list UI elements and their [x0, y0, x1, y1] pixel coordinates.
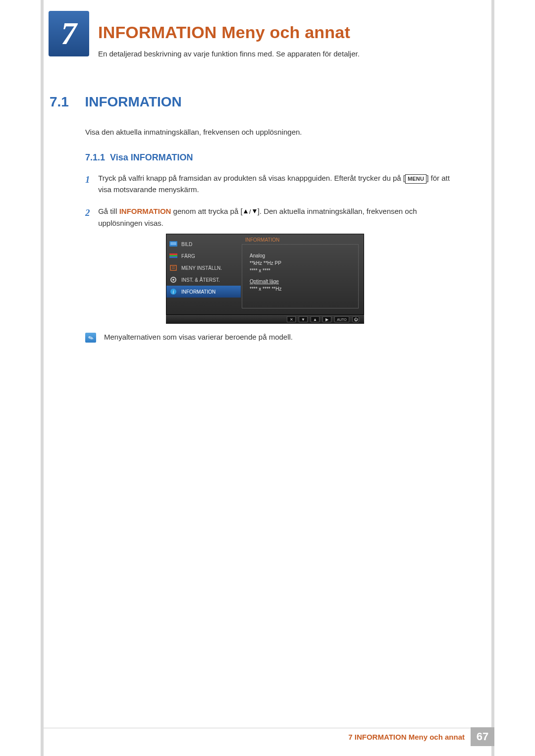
osd-item-meny-label: MENY INSTÄLLN.: [181, 265, 222, 271]
picture-icon: [169, 241, 177, 247]
footer-bar: 7 INFORMATION Meny och annat 67: [348, 727, 494, 746]
osd-info-line3: **** x ****: [250, 267, 281, 274]
menu-settings-icon: [169, 265, 177, 271]
osd-close-icon: ✕: [287, 316, 296, 322]
svg-text:i: i: [173, 289, 174, 295]
step-1-body: Tryck på valfri knapp på framsidan av pr…: [98, 172, 455, 196]
footer-page-number: 67: [471, 727, 494, 746]
osd-auto-button: AUTO: [334, 316, 349, 322]
note-text: Menyalternativen som visas varierar bero…: [104, 333, 293, 341]
up-down-arrow-icon: /: [243, 206, 258, 217]
gear-icon: [169, 277, 177, 283]
osd-item-inst-label: INST. & ÅTERST.: [181, 277, 220, 283]
section-description: Visa den aktuella inmatningskällan, frek…: [85, 128, 302, 136]
step-list: 1 Tryck på valfri knapp på framsidan av …: [85, 172, 462, 239]
section-title: INFORMATION: [85, 94, 181, 110]
osd-item-bild: BILD: [166, 238, 241, 250]
osd-info-optimal: Optimalt läge **** x **** **Hz: [250, 278, 281, 293]
step-2-keyword: INFORMATION: [119, 207, 171, 215]
right-rail: [491, 0, 494, 756]
osd-item-information-label: INFORMATION: [181, 289, 215, 295]
osd-illustration: BILD FÄRG MENY INSTÄLLN. INST. & ÅTERST.…: [166, 234, 364, 324]
osd-info-block: Analog **kHz **Hz PP **** x ****: [250, 252, 281, 274]
section-heading: 7.1 INFORMATION: [50, 94, 182, 110]
osd-down-icon: ▼: [299, 316, 308, 322]
osd-right-icon: ▶: [322, 316, 331, 322]
subsection-number: 7.1.1: [85, 152, 105, 162]
svg-rect-7: [169, 256, 177, 258]
chapter-subtitle: En detaljerad beskrivning av varje funkt…: [98, 50, 360, 58]
info-icon: i: [169, 289, 177, 295]
step-1: 1 Tryck på valfri knapp på framsidan av …: [85, 172, 462, 196]
osd-item-meny: MENY INSTÄLLN.: [166, 262, 241, 274]
osd-menu-list: BILD FÄRG MENY INSTÄLLN. INST. & ÅTERST.…: [166, 234, 241, 315]
osd-panel-title: INFORMATION: [245, 237, 279, 243]
osd-info-opt2: **** x **** **Hz: [250, 285, 281, 293]
color-icon: [169, 253, 177, 259]
svg-marker-2: [253, 209, 257, 213]
chapter-title: INFORMATION Meny och annat: [98, 23, 350, 42]
subsection-heading: 7.1.1 Visa INFORMATION: [85, 152, 193, 163]
step-2-pre: Gå till: [98, 207, 119, 215]
osd-info-opt1: Optimalt läge: [250, 278, 281, 285]
osd-info-line1: Analog: [250, 252, 281, 259]
step-1-number: 1: [85, 172, 96, 187]
svg-rect-6: [169, 255, 177, 256]
note: ✎ Menyalternativen som visas varierar be…: [85, 333, 293, 343]
footer: 7 INFORMATION Meny och annat 67: [0, 736, 535, 756]
step-1-pre: Tryck på valfri knapp på framsidan av pr…: [98, 174, 405, 182]
left-rail: [41, 0, 44, 756]
osd-button-bar: ✕ ▼ ▲ ▶ AUTO ⏻: [166, 315, 364, 324]
menu-key-icon: MENU: [405, 174, 427, 184]
svg-rect-5: [169, 253, 177, 255]
svg-marker-0: [244, 209, 248, 213]
step-2-body: Gå till INFORMATION genom att trycka på …: [98, 205, 455, 229]
osd-item-information: i INFORMATION: [166, 286, 241, 298]
step-2-number: 2: [85, 205, 96, 220]
chapter-number: 7: [61, 15, 77, 52]
osd-item-farg-label: FÄRG: [181, 253, 195, 259]
osd-frame: BILD FÄRG MENY INSTÄLLN. INST. & ÅTERST.…: [166, 234, 364, 315]
osd-info-line2: **kHz **Hz PP: [250, 259, 281, 267]
step-2-mid: genom att trycka på [: [171, 207, 242, 215]
osd-item-bild-label: BILD: [181, 242, 192, 247]
chapter-badge: 7: [49, 11, 89, 56]
svg-point-12: [172, 279, 174, 281]
svg-rect-4: [170, 242, 176, 245]
subsection-title: Visa INFORMATION: [110, 152, 193, 162]
step-2: 2 Gå till INFORMATION genom att trycka p…: [85, 205, 462, 229]
note-icon: ✎: [85, 333, 96, 343]
osd-item-inst: INST. & ÅTERST.: [166, 274, 241, 286]
osd-item-farg: FÄRG: [166, 250, 241, 262]
page: 7 INFORMATION Meny och annat En detaljer…: [0, 0, 535, 756]
svg-rect-8: [170, 265, 176, 270]
osd-up-icon: ▲: [311, 316, 320, 322]
footer-label: 7 INFORMATION Meny och annat: [348, 733, 465, 741]
osd-power-icon: ⏻: [352, 316, 359, 322]
svg-text:/: /: [249, 208, 251, 214]
section-number: 7.1: [50, 94, 69, 110]
